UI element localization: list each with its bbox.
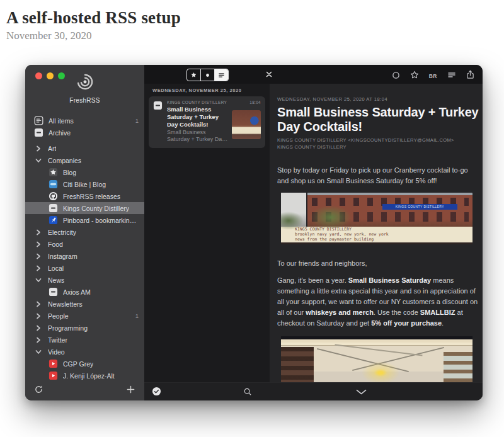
sidebar-item-video[interactable]: Video	[25, 346, 144, 358]
toolbar-star-outline-icon[interactable]	[410, 71, 419, 82]
scroll-down-icon[interactable]	[356, 389, 367, 395]
sidebar: FreshRSS All items1ArchiveArtCompaniesBl…	[25, 65, 144, 400]
distillery-photo: KINGS COUNTY DISTILLERY KINGS COUNTY DIS…	[281, 193, 472, 244]
article-list-item-body: KINGS COUNTY DISTILLERY 18:04 Small Busi…	[167, 100, 261, 144]
zoom-window-button[interactable]	[58, 72, 65, 79]
sidebar-item-electricity[interactable]: Electricity	[25, 226, 144, 238]
sidebar-item-label: Twitter	[48, 336, 67, 344]
sidebar-item-label: Citi Bike | Blog	[63, 181, 106, 188]
view-segment-rows-icon[interactable]	[215, 69, 228, 81]
sidebar-item-label: People	[48, 312, 69, 320]
view-segment-dot-icon[interactable]	[201, 69, 215, 81]
search-icon[interactable]	[243, 387, 252, 396]
photo-pipe	[335, 344, 423, 356]
photo-tree	[281, 212, 304, 230]
feed-icon	[153, 100, 163, 144]
sidebar-item-label: FreshRSS releases	[63, 193, 120, 200]
chevron-right-icon	[35, 265, 42, 271]
sidebar-item-label: Electricity	[48, 229, 76, 236]
add-feed-icon[interactable]	[126, 385, 135, 394]
reader-paragraph-1: Stop by today or Friday to pick up our C…	[277, 165, 480, 186]
list-date-header: WEDNESDAY, NOVEMBER 25, 2020	[144, 84, 270, 96]
main-row: WEDNESDAY, NOVEMBER 25, 2020 KINGS COUNT…	[144, 84, 483, 382]
refresh-icon[interactable]	[34, 385, 43, 394]
sidebar-item-label: J. Kenji López-Alt	[63, 372, 115, 380]
bottom-bar	[144, 382, 483, 400]
minimize-window-button[interactable]	[47, 72, 54, 79]
article-thumbnail	[232, 110, 261, 139]
sidebar-nav: All items1ArchiveArtCompaniesBlogCiti Bi…	[25, 115, 144, 380]
mark-all-read-icon[interactable]	[152, 387, 161, 396]
article-source: KINGS COUNTY DISTILLERY	[167, 100, 227, 105]
sidebar-item-freshrss-releases[interactable]: FreshRSS releases	[25, 190, 144, 202]
sidebar-item-label: Kings County Distillery	[63, 205, 129, 212]
reader-date-line: WEDNESDAY, NOVEMBER 25, 2020 AT 18:04	[277, 96, 474, 102]
close-window-button[interactable]	[35, 72, 42, 79]
chevron-down-icon	[35, 157, 42, 164]
sidebar-item-label: Blog	[63, 169, 76, 176]
citibike-icon	[49, 179, 58, 189]
sidebar-item-label: Art	[48, 145, 56, 152]
sidebar-item-art[interactable]: Art	[25, 142, 144, 154]
reader-title: Small Business Saturday + Turkey Day Coc…	[277, 105, 479, 134]
view-segmented-control	[186, 69, 229, 81]
toolbar-br-icon[interactable]: BR	[429, 73, 437, 79]
sidebar-item-programming[interactable]: Programming	[25, 322, 144, 334]
sidebar-item-label: Axios AM	[63, 288, 91, 296]
white-feed-icon	[49, 203, 58, 213]
chevron-right-icon	[35, 301, 42, 307]
window-controls	[35, 72, 65, 79]
sidebar-header: FreshRSS	[25, 65, 144, 104]
freshrss-window: FreshRSS All items1ArchiveArtCompaniesBl…	[25, 65, 483, 400]
sidebar-item-label: Newsletters	[48, 300, 83, 308]
sidebar-item-all-items[interactable]: All items1	[25, 115, 144, 127]
sidebar-item-blog[interactable]: Blog	[25, 166, 144, 178]
sidebar-item-citi-bike-blog[interactable]: Citi Bike | Blog	[25, 178, 144, 190]
star-box-icon	[49, 167, 58, 177]
photo-frame-wall	[444, 352, 472, 382]
body-text: . Use the code	[374, 309, 420, 316]
article-list: WEDNESDAY, NOVEMBER 25, 2020 KINGS COUNT…	[144, 84, 270, 382]
sidebar-item-people[interactable]: People1	[25, 310, 144, 322]
sidebar-item-label: Programming	[48, 324, 88, 332]
sidebar-item-pinboard-bookmarking-for-introverts[interactable]: Pinboard - bookmarking for introverts	[25, 214, 144, 226]
chevron-down-icon	[35, 349, 42, 355]
sidebar-item-news[interactable]: News	[25, 274, 144, 286]
chevron-right-icon	[35, 229, 42, 236]
toolbar-right-icons: BR	[392, 70, 474, 82]
body-text: .	[442, 319, 444, 327]
freshrss-logo-icon	[75, 83, 95, 94]
photo-light-glow	[362, 361, 399, 382]
chevron-right-icon	[35, 253, 42, 259]
sidebar-item-local[interactable]: Local	[25, 262, 144, 274]
toolbar: BR	[144, 65, 483, 84]
sidebar-item-label: Video	[48, 348, 65, 356]
sidebar-item-twitter[interactable]: Twitter	[25, 334, 144, 346]
reader-source-line: KINGS COUNTY DISTILLERY	[277, 144, 474, 151]
photo-caption-line: brooklyn navy yard, new york, new york	[295, 232, 472, 237]
toolbar-lines-icon[interactable]	[447, 71, 456, 82]
bold-text: whiskeys and merch	[306, 309, 374, 316]
sidebar-item-newsletters[interactable]: Newsletters	[25, 298, 144, 310]
sidebar-item-cgp-grey[interactable]: CGP Grey	[25, 358, 144, 370]
sidebar-item-instagram[interactable]: Instagram	[25, 250, 144, 262]
sidebar-item-label: News	[48, 276, 64, 284]
view-segment-star-icon[interactable]	[187, 69, 201, 81]
sidebar-item-label: Pinboard - bookmarking for introverts	[63, 217, 139, 224]
sidebar-item-label: CGP Grey	[63, 360, 93, 368]
sidebar-item-kings-county-distillery[interactable]: Kings County Distillery	[25, 202, 144, 214]
article-list-item[interactable]: KINGS COUNTY DISTILLERY 18:04 Small Busi…	[149, 96, 265, 148]
sidebar-item-axios-am[interactable]: Axios AM	[25, 286, 144, 298]
sidebar-item-j-kenji-l-pez-alt[interactable]: J. Kenji López-Alt	[25, 370, 144, 380]
toolbar-share-icon[interactable]	[466, 70, 474, 82]
toolbar-circle-icon[interactable]	[392, 71, 400, 82]
sidebar-item-food[interactable]: Food	[25, 238, 144, 250]
article-time: 18:04	[249, 100, 261, 105]
sidebar-item-label: Local	[48, 264, 64, 272]
github-icon	[49, 191, 58, 201]
sidebar-item-companies[interactable]: Companies	[25, 154, 144, 166]
chevron-down-icon	[35, 277, 42, 283]
reading-pane: WEDNESDAY, NOVEMBER 25, 2020 AT 18:04 Sm…	[270, 84, 483, 382]
sidebar-item-archive[interactable]: Archive	[25, 127, 144, 139]
close-filter-icon[interactable]	[265, 71, 273, 78]
